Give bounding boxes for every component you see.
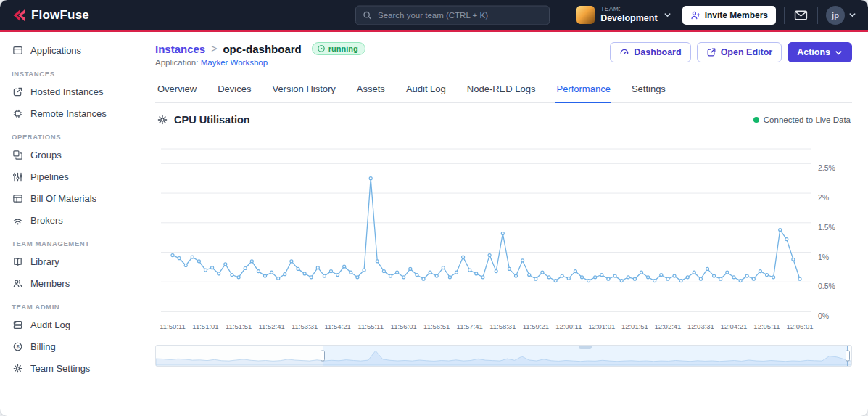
live-status: Connected to Live Data xyxy=(753,115,851,124)
sidebar-section-team-admin: TEAM ADMIN xyxy=(0,294,139,314)
svg-text:11:56:51: 11:56:51 xyxy=(423,322,450,330)
svg-text:12:06:01: 12:06:01 xyxy=(787,322,814,330)
chart-title: CPU Utilisation xyxy=(174,114,250,126)
team-text: TEAM: Development xyxy=(600,6,658,23)
sidebar-item-label: Remote Instances xyxy=(30,108,107,119)
play-circle-icon xyxy=(317,44,326,53)
sidebar-item-audit-log[interactable]: Audit Log xyxy=(0,314,139,335)
chart-title-row: CPU Utilisation xyxy=(157,114,250,126)
people-icon xyxy=(12,277,23,289)
svg-text:11:55:11: 11:55:11 xyxy=(357,322,384,330)
tab-overview[interactable]: Overview xyxy=(157,77,197,102)
sidebar-item-members[interactable]: Members xyxy=(0,272,139,294)
tab-assets[interactable]: Assets xyxy=(356,77,386,102)
groups-icon xyxy=(12,149,23,160)
app-window: FlowFuse TEAM: Development xyxy=(0,0,868,416)
team-avatar xyxy=(576,6,595,24)
cpu-utilisation-line-chart: 0%0.5%1%1.5%2%2.5%11:50:1111:51:0111:51:… xyxy=(155,140,852,338)
svg-text:$: $ xyxy=(16,343,20,350)
tab-settings[interactable]: Settings xyxy=(631,77,666,102)
invite-members-button[interactable]: Invite Members xyxy=(682,6,776,25)
tab-node-red-logs[interactable]: Node-RED Logs xyxy=(466,77,537,102)
svg-text:11:56:01: 11:56:01 xyxy=(391,322,417,330)
sidebar-item-brokers[interactable]: Brokers xyxy=(0,209,139,231)
gauge-icon xyxy=(619,47,629,57)
applications-icon xyxy=(12,44,23,56)
application-link[interactable]: Mayker Workshop xyxy=(201,58,268,67)
svg-text:12:01:51: 12:01:51 xyxy=(621,322,648,330)
instance-name: opc-dashboard xyxy=(223,43,301,55)
team-search[interactable] xyxy=(355,5,550,25)
sidebar-item-bill-of-materials[interactable]: Bill Of Materials xyxy=(0,187,139,209)
dashboard-button-label: Dashboard xyxy=(634,47,681,57)
breadcrumb-separator: > xyxy=(211,43,217,54)
svg-text:12:05:11: 12:05:11 xyxy=(753,322,780,330)
chart-zoom-brush[interactable] xyxy=(155,345,852,367)
flowfuse-logo-icon xyxy=(12,8,26,23)
zoom-move-handle[interactable] xyxy=(579,346,592,349)
sidebar-item-label: Library xyxy=(30,256,59,267)
search-icon xyxy=(363,10,372,20)
svg-text:2%: 2% xyxy=(818,193,829,202)
tab-audit-log[interactable]: Audit Log xyxy=(405,77,447,102)
svg-text:1.5%: 1.5% xyxy=(818,223,835,232)
sidebar-item-label: Bill Of Materials xyxy=(30,193,96,204)
chevron-down-icon xyxy=(835,49,843,57)
svg-text:0.5%: 0.5% xyxy=(818,282,835,290)
sidebar-item-label: Billing xyxy=(30,341,56,352)
sidebar-item-applications[interactable]: Applications xyxy=(0,39,139,61)
tab-performance[interactable]: Performance xyxy=(555,77,611,103)
user-plus-icon xyxy=(690,10,700,20)
search-input[interactable] xyxy=(376,10,542,20)
svg-text:11:57:41: 11:57:41 xyxy=(457,322,483,330)
dollar-circle-icon: $ xyxy=(12,340,23,352)
user-menu[interactable]: jp xyxy=(826,6,856,25)
sidebar-item-pipelines[interactable]: Pipelines xyxy=(0,166,139,187)
sidebar-item-team-settings[interactable]: Team Settings xyxy=(0,357,139,379)
sidebar-item-hosted-instances[interactable]: Hosted Instances xyxy=(0,81,139,102)
hosted-instances-icon xyxy=(12,86,23,97)
svg-text:1%: 1% xyxy=(818,253,829,261)
tab-version-history[interactable]: Version History xyxy=(271,77,336,102)
team-name: Development xyxy=(600,13,658,23)
svg-text:12:01:01: 12:01:01 xyxy=(588,322,615,330)
pipelines-icon xyxy=(12,171,23,182)
chart-panel-header: CPU Utilisation Connected to Live Data xyxy=(155,103,852,134)
sidebar-item-library[interactable]: Library xyxy=(0,250,139,272)
breadcrumb: Instances > opc-dashboard running xyxy=(155,42,365,55)
mail-icon[interactable] xyxy=(793,8,809,23)
team-selector[interactable]: TEAM: Development xyxy=(574,4,674,26)
svg-text:12:03:31: 12:03:31 xyxy=(687,322,714,330)
svg-text:11:50:11: 11:50:11 xyxy=(160,322,186,330)
sidebar-item-billing[interactable]: $ Billing xyxy=(0,335,139,357)
sidebar: Applications INSTANCES Hosted Instances … xyxy=(0,32,139,416)
status-badge: running xyxy=(312,42,365,55)
main-content: Instances > opc-dashboard running Applic… xyxy=(139,32,868,416)
broadcast-icon xyxy=(12,214,23,226)
actions-button[interactable]: Actions xyxy=(788,42,852,62)
zoom-handle-left[interactable] xyxy=(321,351,325,362)
svg-text:11:51:01: 11:51:01 xyxy=(192,322,218,330)
sidebar-item-label: Pipelines xyxy=(30,171,69,182)
status-badge-label: running xyxy=(328,44,358,53)
invite-members-label: Invite Members xyxy=(705,10,768,20)
dashboard-button[interactable]: Dashboard xyxy=(610,42,690,62)
flowfuse-logo[interactable]: FlowFuse xyxy=(12,8,89,23)
tab-devices[interactable]: Devices xyxy=(217,77,252,102)
page-header: Instances > opc-dashboard running Applic… xyxy=(155,42,852,67)
zoom-window[interactable] xyxy=(323,346,848,366)
svg-text:12:02:41: 12:02:41 xyxy=(654,322,681,330)
breadcrumb-instances-link[interactable]: Instances xyxy=(155,43,205,55)
sidebar-item-remote-instances[interactable]: Remote Instances xyxy=(0,102,139,124)
server-icon xyxy=(12,319,23,330)
svg-text:12:00:11: 12:00:11 xyxy=(555,322,582,330)
sidebar-section-instances: INSTANCES xyxy=(0,61,139,81)
sidebar-item-groups[interactable]: Groups xyxy=(0,144,139,166)
topbar-right: TEAM: Development Invite Members jp xyxy=(574,4,856,26)
svg-text:2.5%: 2.5% xyxy=(818,163,835,172)
application-line: Application: Mayker Workshop xyxy=(155,58,365,67)
team-label: TEAM: xyxy=(600,6,658,13)
open-editor-button[interactable]: Open Editor xyxy=(697,42,782,62)
svg-text:11:54:21: 11:54:21 xyxy=(324,322,350,330)
zoom-handle-right[interactable] xyxy=(846,351,850,362)
